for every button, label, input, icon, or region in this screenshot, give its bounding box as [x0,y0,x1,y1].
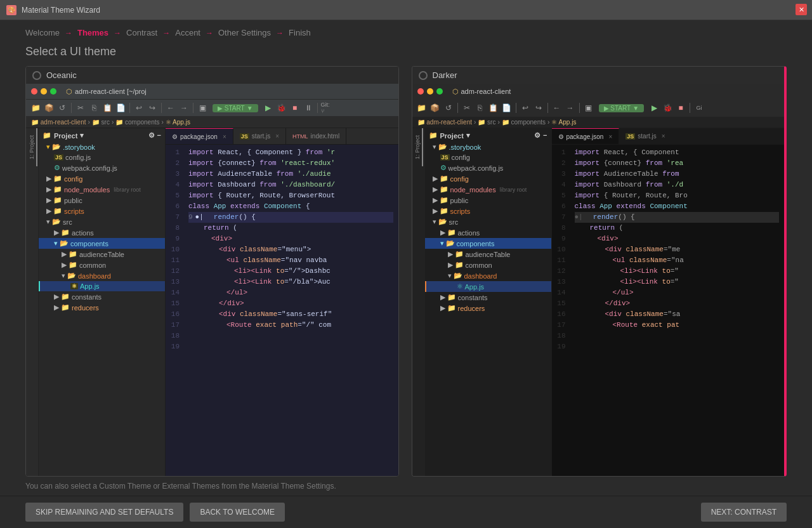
tab-package-json[interactable]: ⚙ package.json × [166,128,233,144]
breadcrumb-finish[interactable]: Finish [289,28,311,37]
theme-darker[interactable]: Darker ⬡ adm-react-client 📁 📦 [412,66,787,477]
ide-darker: ⬡ adm-react-client 📁 📦 ↺ ✂ ⎘ 📋 📄 ↩ [412,84,785,476]
tree-item-webpack[interactable]: ⚙ webpack.config.js [39,162,165,173]
toolbar-git-d[interactable]: Gi [693,102,705,114]
toolbar-run-config[interactable]: ▣ [197,102,208,114]
toolbar-back-d[interactable]: ← [551,102,563,114]
tree-settings-icon[interactable]: ⚙ [148,131,155,140]
toolbar-copy-d[interactable]: ⎘ [475,102,486,114]
theme-oceanic-radio[interactable] [32,71,41,80]
tab-start-js-d[interactable]: JS start.js × [619,128,672,144]
toolbar-cut-d[interactable]: ✂ [461,102,473,114]
toolbar-debug[interactable]: 🐞 [276,102,287,114]
skip-button[interactable]: SKIP REMAINING AND SET DEFAULTS [25,503,183,522]
toolbar-fwd-d[interactable]: → [565,102,576,114]
breadcrumb-accent[interactable]: Accent [175,28,200,37]
tree-item-storybook[interactable]: ▾ 📂 .storybook [39,142,165,152]
toolbar-cut[interactable]: ✂ [75,102,86,114]
toolbar-play[interactable]: ▶ [263,102,274,114]
tree-item-components[interactable]: ▾ 📂 components [39,238,165,249]
tab-package-json-d[interactable]: ⚙ package.json × [552,128,620,144]
theme-oceanic[interactable]: Oceanic ⬡ adm-react-client [~/proj 📁 [25,66,399,477]
tree-item-config-folder[interactable]: ▶ 📁 config [39,173,165,184]
toolbar-pkg[interactable]: 📦 [43,102,55,114]
tree-item-src-d[interactable]: ▾ 📂 src [425,216,551,227]
toolbar-git[interactable]: Git: ⑂ [321,102,332,114]
breadcrumb-other-settings[interactable]: Other Settings [218,28,271,37]
toolbar-fwd[interactable]: → [178,102,190,114]
tree-item-constants-d[interactable]: ▶ 📁 constants [425,292,551,303]
tree-item-reducers[interactable]: ▶ 📁 reducers [39,302,165,313]
tab-start-js[interactable]: JS start.js × [233,128,286,144]
ide-darker-title: ⬡ adm-react-client [452,88,511,96]
toolbar-copy[interactable]: ⎘ [88,102,100,114]
line-numbers-darker: 12345 678910 1112131415 16171819 [552,145,570,476]
tree-item-appjs[interactable]: ⚛ App.js [39,281,165,291]
tree-item-actions[interactable]: ▶ 📁 actions [39,227,165,238]
tree-item-public[interactable]: ▶ 📁 public [39,195,165,206]
toolbar-refresh[interactable]: ↺ [56,102,68,114]
toolbar-run-config-d[interactable]: ▣ [583,102,594,114]
tree-item-constants[interactable]: ▶ 📁 constants [39,291,165,302]
toolbar-back[interactable]: ← [165,102,176,114]
tree-item-storybook-d[interactable]: ▾ 📂 .storybook [425,142,551,152]
tree-item-config-folder-d[interactable]: ▶ 📁 config [425,173,551,184]
toolbar-new[interactable]: 📄 [115,102,126,114]
toolbar-redo[interactable]: ↪ [147,102,158,114]
tree-item-components-d[interactable]: ▾ 📂 components [425,238,551,249]
code-content-darker: 12345 678910 1112131415 16171819 import … [552,145,785,476]
title-bar-text: Material Theme Wizard [22,6,100,15]
tree-item-appjs-d[interactable]: ⚛ App.js [425,281,551,292]
tree-item-public-d[interactable]: ▶ 📁 public [425,195,551,206]
tab-index-html[interactable]: HTML index.html [286,128,346,144]
tree-minimize-icon[interactable]: − [157,131,161,140]
ide-oceanic: ⬡ adm-react-client [~/proj 📁 📦 ↺ ✂ ⎘ 📋 📄… [26,84,398,476]
toolbar-folder-d[interactable]: 📁 [416,102,428,114]
breadcrumb-contrast[interactable]: Contrast [126,28,157,37]
toolbar-stop[interactable]: ■ [289,102,301,114]
tree-item-config-js[interactable]: JS config.js [39,152,165,162]
project-tab[interactable]: 1: Project [27,128,37,166]
tree-item-reducers-d[interactable]: ▶ 📁 reducers [425,303,551,314]
next-button[interactable]: NEXT: CONTRAST [701,503,787,522]
tree-minimize-icon-d[interactable]: − [543,131,547,140]
toolbar-paste-d[interactable]: 📋 [488,102,499,114]
theme-darker-radio[interactable] [419,71,428,80]
tree-item-src[interactable]: ▾ 📂 src [39,216,165,227]
toolbar-play-d[interactable]: ▶ [648,102,660,114]
toolbar-new-d[interactable]: 📄 [501,102,513,114]
ide-oceanic-titlebar: ⬡ adm-react-client [~/proj [26,84,398,99]
tree-item-audiencetable[interactable]: ▶ 📁 audienceTable [39,249,165,260]
tree-item-node-modules-d[interactable]: ▶ 📁 node_modules library root [425,184,551,195]
tree-item-scripts-d[interactable]: ▶ 📁 scripts [425,206,551,216]
toolbar-redo-d[interactable]: ↪ [533,102,544,114]
toolbar-start[interactable]: ▶ START ▼ [213,104,258,112]
tree-item-common-d[interactable]: ▶ 📁 common [425,260,551,270]
tree-item-config-js-d[interactable]: JS config [425,152,551,162]
toolbar-folder[interactable]: 📁 [30,102,41,114]
toolbar-undo[interactable]: ↩ [133,102,145,114]
tree-item-dashboard-d[interactable]: ▾ 📂 dashboard [425,270,551,281]
tree-settings-icon-d[interactable]: ⚙ [534,131,540,140]
toolbar-start-d[interactable]: ▶ START ▼ [599,104,645,112]
toolbar-refresh-d[interactable]: ↺ [443,102,454,114]
tree-item-webpack-d[interactable]: ⚙ webpack.config.js [425,162,551,173]
back-button[interactable]: BACK TO WELCOME [190,503,285,522]
toolbar-debug-d[interactable]: 🐞 [662,102,673,114]
tree-item-common[interactable]: ▶ 📁 common [39,260,165,270]
breadcrumb-welcome[interactable]: Welcome [25,28,60,37]
tree-item-audiencetable-d[interactable]: ▶ 📁 audienceTable [425,249,551,260]
tree-item-actions-d[interactable]: ▶ 📁 actions [425,227,551,238]
toolbar-paste[interactable]: 📋 [102,102,113,114]
toolbar-pause[interactable]: ⏸ [303,102,314,114]
breadcrumb-themes[interactable]: Themes [77,28,108,37]
close-button[interactable]: ✕ [796,4,807,15]
tree-item-scripts[interactable]: ▶ 📁 scripts [39,206,165,216]
traffic-green-darker [436,88,443,95]
tree-item-dashboard[interactable]: ▾ 📂 dashboard [39,270,165,281]
toolbar-undo-d[interactable]: ↩ [520,102,531,114]
tree-item-node-modules[interactable]: ▶ 📁 node_modules library root [39,184,165,195]
toolbar-stop-d[interactable]: ■ [675,102,686,114]
project-tab-darker[interactable]: 1: Project [413,128,423,166]
toolbar-pkg-d[interactable]: 📦 [429,102,441,114]
